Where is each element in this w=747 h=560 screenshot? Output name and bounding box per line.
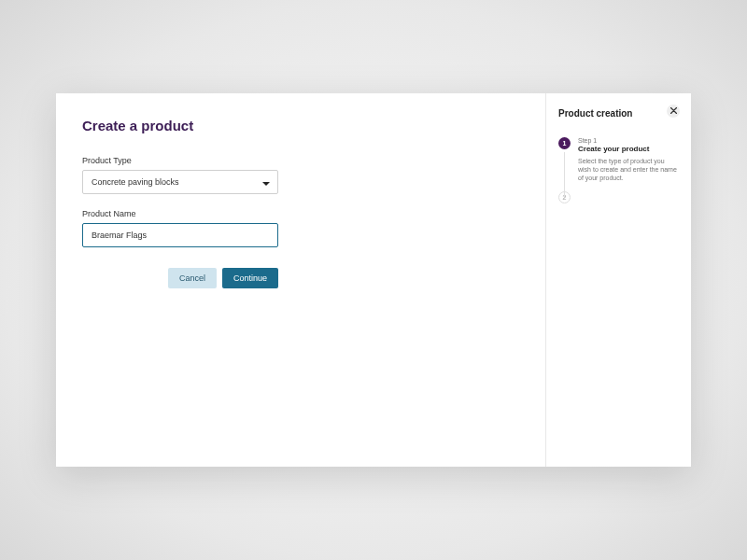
- product-name-label: Product Name: [82, 209, 519, 218]
- close-button[interactable]: [667, 105, 680, 118]
- step-2: 2: [558, 191, 679, 203]
- product-type-label: Product Type: [82, 156, 519, 165]
- step-title-1: Create your product: [578, 145, 679, 153]
- dialog-window: Create a product Product Type Concrete p…: [56, 93, 691, 467]
- continue-button[interactable]: Continue: [222, 268, 278, 288]
- page-title: Create a product: [82, 118, 519, 133]
- sidebar-title: Product creation: [558, 108, 679, 119]
- close-icon: [670, 106, 677, 116]
- cancel-button[interactable]: Cancel: [168, 268, 217, 288]
- step-connector: [564, 152, 565, 197]
- product-type-value: Concrete paving blocks: [92, 177, 179, 187]
- step-list: 1 Step 1 Create your product Select the …: [558, 137, 679, 203]
- step-1: 1 Step 1 Create your product Select the …: [558, 137, 679, 182]
- step-desc-1: Select the type of product you wish to c…: [578, 157, 679, 182]
- product-type-select[interactable]: Concrete paving blocks: [82, 170, 278, 194]
- main-panel: Create a product Product Type Concrete p…: [56, 93, 546, 467]
- step-body-1: Step 1 Create your product Select the ty…: [578, 137, 679, 182]
- product-type-select-wrap: Concrete paving blocks: [82, 170, 278, 194]
- product-name-input[interactable]: [82, 223, 278, 247]
- field-product-type: Product Type Concrete paving blocks: [82, 156, 519, 194]
- step-badge-1: 1: [558, 137, 571, 149]
- step-label-1: Step 1: [578, 137, 679, 144]
- field-product-name: Product Name: [82, 209, 519, 247]
- form-actions: Cancel Continue: [82, 268, 278, 288]
- sidebar-panel: Product creation 1 Step 1 Create your pr…: [546, 93, 691, 467]
